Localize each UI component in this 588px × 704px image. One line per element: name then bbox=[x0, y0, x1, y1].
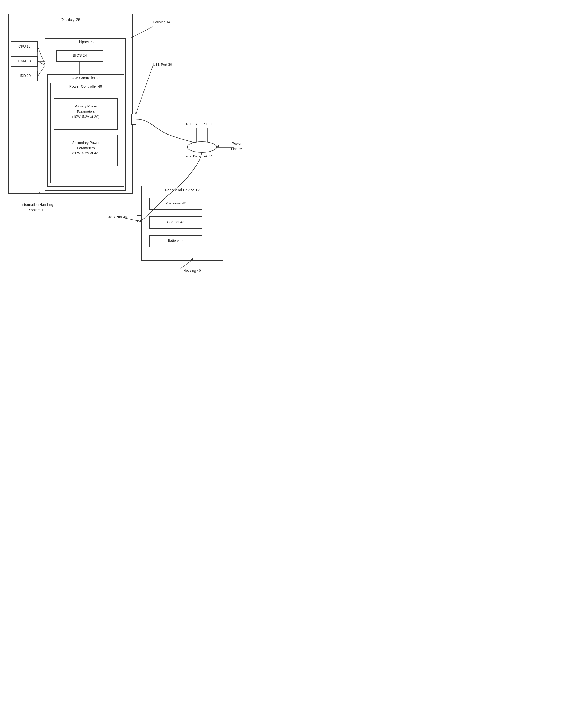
svg-line-35 bbox=[136, 66, 153, 114]
svg-rect-17 bbox=[137, 215, 141, 226]
svg-marker-32 bbox=[131, 35, 134, 38]
svg-line-33 bbox=[181, 260, 191, 269]
svg-rect-8 bbox=[51, 83, 121, 183]
primary-power-label: Primary PowerParameters(10W; 5.2V at 2A) bbox=[54, 104, 118, 119]
peripheral-device-label: Peripheral Device 12 bbox=[141, 188, 223, 192]
svg-point-20 bbox=[187, 142, 216, 152]
svg-rect-7 bbox=[47, 74, 124, 187]
svg-line-31 bbox=[132, 26, 153, 37]
svg-marker-30 bbox=[39, 191, 41, 194]
usb-port30-label: USB Port 30 bbox=[153, 62, 172, 66]
power-controller-label: Power Controller 46 bbox=[51, 84, 121, 89]
power-link-label: PowerLink 36 bbox=[231, 141, 242, 151]
svg-marker-28 bbox=[216, 145, 219, 148]
diagram-container: Display 26 CPU 16 RAM 18 HDD 20 Chipset … bbox=[0, 0, 266, 319]
svg-marker-34 bbox=[191, 258, 193, 261]
chipset-label: Chipset 22 bbox=[45, 40, 125, 44]
secondary-power-label: Secondary PowerParameters(20W; 5.2V at 4… bbox=[54, 140, 118, 156]
svg-line-40 bbox=[38, 61, 45, 65]
svg-rect-1 bbox=[8, 14, 132, 35]
serial-data-label: Serial Data Link 34 bbox=[183, 154, 212, 158]
charger-label: Charger 48 bbox=[149, 220, 202, 224]
svg-line-39 bbox=[38, 47, 45, 65]
svg-line-41 bbox=[38, 65, 45, 76]
battery-label: Battery 44 bbox=[149, 238, 202, 242]
pins-label: D+ D- P+ P- bbox=[186, 122, 216, 126]
svg-marker-38 bbox=[137, 220, 139, 222]
usb-controller-label: USB Controller 28 bbox=[47, 76, 124, 80]
ihs-system-label: Information HandlingSystem 10 bbox=[13, 202, 61, 213]
display-label: Display 26 bbox=[8, 17, 132, 22]
processor-label: Processor 42 bbox=[149, 201, 202, 205]
svg-marker-36 bbox=[135, 111, 137, 114]
svg-rect-16 bbox=[132, 114, 136, 124]
ram-label: RAM 18 bbox=[11, 59, 38, 63]
svg-marker-18 bbox=[200, 143, 203, 146]
housing14-label: Housing 14 bbox=[153, 20, 170, 24]
housing40-label: Housing 40 bbox=[183, 269, 201, 273]
usb-port38-label: USB Port 38 bbox=[108, 215, 127, 219]
svg-overlay bbox=[0, 0, 266, 319]
hdd-label: HDD 20 bbox=[11, 74, 38, 78]
bios-label: BIOS 24 bbox=[57, 53, 103, 57]
cpu-label: CPU 16 bbox=[11, 44, 38, 48]
svg-marker-19 bbox=[139, 220, 142, 222]
